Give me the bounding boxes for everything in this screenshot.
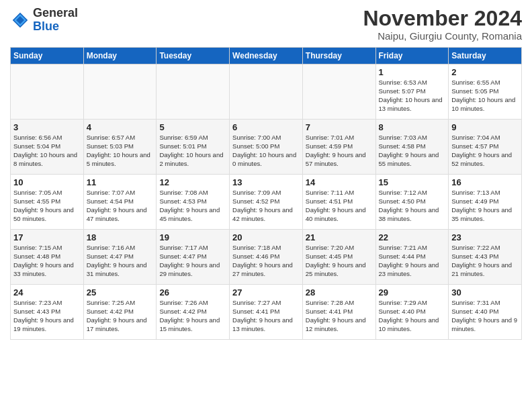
day-number: 1 (379, 67, 446, 77)
col-sunday: Sunday (11, 48, 84, 64)
logo: General Blue (10, 7, 78, 34)
table-row: 29Sunrise: 7:29 AM Sunset: 4:40 PM Dayli… (375, 285, 449, 340)
day-number: 23 (451, 232, 519, 242)
table-row (157, 64, 230, 120)
table-row: 15Sunrise: 7:12 AM Sunset: 4:50 PM Dayli… (375, 175, 449, 230)
day-info: Sunrise: 7:15 AM Sunset: 4:48 PM Dayligh… (13, 244, 81, 278)
table-row: 4Sunrise: 6:57 AM Sunset: 5:03 PM Daylig… (83, 120, 157, 175)
week-row-2: 3Sunrise: 6:56 AM Sunset: 5:04 PM Daylig… (11, 120, 522, 175)
logo-text: General Blue (33, 7, 78, 34)
page: General Blue November 2024 Naipu, Giurgi… (0, 0, 532, 411)
week-row-4: 17Sunrise: 7:15 AM Sunset: 4:48 PM Dayli… (11, 230, 522, 285)
table-row: 16Sunrise: 7:13 AM Sunset: 4:49 PM Dayli… (449, 175, 522, 230)
week-row-5: 24Sunrise: 7:23 AM Sunset: 4:43 PM Dayli… (11, 285, 522, 340)
day-number: 14 (306, 177, 373, 187)
day-number: 24 (13, 287, 81, 298)
col-wednesday: Wednesday (230, 48, 303, 64)
location: Naipu, Giurgiu County, Romania (363, 30, 522, 42)
col-monday: Monday (83, 48, 157, 64)
table-row: 13Sunrise: 7:09 AM Sunset: 4:52 PM Dayli… (230, 175, 303, 230)
day-number: 6 (232, 122, 300, 132)
calendar-header-row: Sunday Monday Tuesday Wednesday Thursday… (11, 48, 522, 64)
day-number: 11 (87, 177, 154, 187)
day-info: Sunrise: 7:05 AM Sunset: 4:55 PM Dayligh… (13, 189, 81, 223)
day-number: 13 (232, 177, 300, 187)
day-info: Sunrise: 7:28 AM Sunset: 4:41 PM Dayligh… (306, 299, 373, 333)
table-row (11, 64, 84, 120)
day-number: 25 (87, 287, 154, 298)
day-number: 19 (159, 232, 226, 242)
day-number: 18 (87, 232, 154, 242)
day-number: 27 (232, 287, 300, 298)
day-number: 20 (232, 232, 300, 242)
day-info: Sunrise: 7:20 AM Sunset: 4:45 PM Dayligh… (306, 244, 373, 278)
day-number: 16 (451, 177, 519, 187)
table-row: 23Sunrise: 7:22 AM Sunset: 4:43 PM Dayli… (449, 230, 522, 285)
day-info: Sunrise: 7:22 AM Sunset: 4:43 PM Dayligh… (451, 244, 519, 278)
day-number: 29 (379, 287, 446, 298)
table-row: 3Sunrise: 6:56 AM Sunset: 5:04 PM Daylig… (11, 120, 84, 175)
day-info: Sunrise: 7:18 AM Sunset: 4:46 PM Dayligh… (232, 244, 300, 278)
day-number: 4 (87, 122, 154, 132)
table-row: 12Sunrise: 7:08 AM Sunset: 4:53 PM Dayli… (157, 175, 230, 230)
col-tuesday: Tuesday (157, 48, 230, 64)
day-info: Sunrise: 7:13 AM Sunset: 4:49 PM Dayligh… (451, 189, 519, 223)
day-info: Sunrise: 7:23 AM Sunset: 4:43 PM Dayligh… (13, 299, 81, 333)
day-info: Sunrise: 7:00 AM Sunset: 5:00 PM Dayligh… (232, 134, 300, 168)
day-number: 5 (159, 122, 226, 132)
table-row: 2Sunrise: 6:55 AM Sunset: 5:05 PM Daylig… (449, 64, 522, 120)
col-thursday: Thursday (302, 48, 375, 64)
header: General Blue November 2024 Naipu, Giurgi… (10, 7, 522, 42)
day-info: Sunrise: 7:26 AM Sunset: 4:42 PM Dayligh… (159, 299, 226, 333)
table-row: 30Sunrise: 7:31 AM Sunset: 4:40 PM Dayli… (449, 285, 522, 340)
table-row (302, 64, 375, 120)
day-info: Sunrise: 7:04 AM Sunset: 4:57 PM Dayligh… (451, 134, 519, 168)
logo-general: General (33, 6, 78, 19)
day-number: 30 (451, 287, 519, 298)
table-row: 9Sunrise: 7:04 AM Sunset: 4:57 PM Daylig… (449, 120, 522, 175)
day-info: Sunrise: 7:03 AM Sunset: 4:58 PM Dayligh… (379, 134, 446, 168)
day-info: Sunrise: 7:09 AM Sunset: 4:52 PM Dayligh… (232, 189, 300, 223)
day-info: Sunrise: 7:01 AM Sunset: 4:59 PM Dayligh… (306, 134, 373, 168)
week-row-1: 1Sunrise: 6:53 AM Sunset: 5:07 PM Daylig… (11, 64, 522, 120)
table-row: 21Sunrise: 7:20 AM Sunset: 4:45 PM Dayli… (302, 230, 375, 285)
day-info: Sunrise: 6:55 AM Sunset: 5:05 PM Dayligh… (451, 79, 519, 113)
day-number: 17 (13, 232, 81, 242)
day-info: Sunrise: 6:57 AM Sunset: 5:03 PM Dayligh… (87, 134, 154, 168)
table-row: 5Sunrise: 6:59 AM Sunset: 5:01 PM Daylig… (157, 120, 230, 175)
day-info: Sunrise: 7:29 AM Sunset: 4:40 PM Dayligh… (379, 299, 446, 333)
day-info: Sunrise: 7:12 AM Sunset: 4:50 PM Dayligh… (379, 189, 446, 223)
day-number: 15 (379, 177, 446, 187)
day-info: Sunrise: 7:07 AM Sunset: 4:54 PM Dayligh… (87, 189, 154, 223)
table-row: 14Sunrise: 7:11 AM Sunset: 4:51 PM Dayli… (302, 175, 375, 230)
table-row: 1Sunrise: 6:53 AM Sunset: 5:07 PM Daylig… (375, 64, 449, 120)
day-info: Sunrise: 7:16 AM Sunset: 4:47 PM Dayligh… (87, 244, 154, 278)
day-number: 28 (306, 287, 373, 298)
day-number: 22 (379, 232, 446, 242)
logo-icon (10, 10, 30, 30)
table-row: 18Sunrise: 7:16 AM Sunset: 4:47 PM Dayli… (83, 230, 157, 285)
table-row (230, 64, 303, 120)
table-row: 27Sunrise: 7:27 AM Sunset: 4:41 PM Dayli… (230, 285, 303, 340)
day-info: Sunrise: 7:08 AM Sunset: 4:53 PM Dayligh… (159, 189, 226, 223)
calendar: Sunday Monday Tuesday Wednesday Thursday… (10, 47, 522, 340)
day-info: Sunrise: 7:17 AM Sunset: 4:47 PM Dayligh… (159, 244, 226, 278)
day-info: Sunrise: 7:27 AM Sunset: 4:41 PM Dayligh… (232, 299, 300, 333)
table-row: 28Sunrise: 7:28 AM Sunset: 4:41 PM Dayli… (302, 285, 375, 340)
week-row-3: 10Sunrise: 7:05 AM Sunset: 4:55 PM Dayli… (11, 175, 522, 230)
day-number: 12 (159, 177, 226, 187)
table-row: 10Sunrise: 7:05 AM Sunset: 4:55 PM Dayli… (11, 175, 84, 230)
day-info: Sunrise: 7:25 AM Sunset: 4:42 PM Dayligh… (87, 299, 154, 333)
day-info: Sunrise: 6:56 AM Sunset: 5:04 PM Dayligh… (13, 134, 81, 168)
day-info: Sunrise: 7:31 AM Sunset: 4:40 PM Dayligh… (451, 299, 519, 333)
table-row (83, 64, 157, 120)
table-row: 8Sunrise: 7:03 AM Sunset: 4:58 PM Daylig… (375, 120, 449, 175)
table-row: 20Sunrise: 7:18 AM Sunset: 4:46 PM Dayli… (230, 230, 303, 285)
day-info: Sunrise: 7:21 AM Sunset: 4:44 PM Dayligh… (379, 244, 446, 278)
table-row: 17Sunrise: 7:15 AM Sunset: 4:48 PM Dayli… (11, 230, 84, 285)
table-row: 25Sunrise: 7:25 AM Sunset: 4:42 PM Dayli… (83, 285, 157, 340)
table-row: 11Sunrise: 7:07 AM Sunset: 4:54 PM Dayli… (83, 175, 157, 230)
day-number: 3 (13, 122, 81, 132)
day-number: 8 (379, 122, 446, 132)
day-number: 21 (306, 232, 373, 242)
